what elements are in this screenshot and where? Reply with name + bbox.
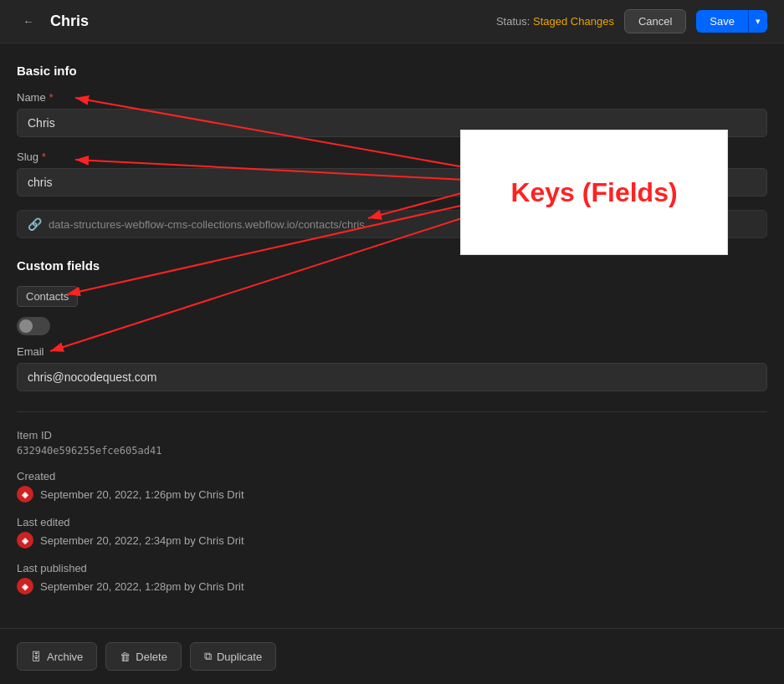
email-field-group: Email [17,345,767,391]
status-label: Status: Staged Changes [496,15,614,28]
email-label: Email [17,345,767,358]
webflow-icon-edited: ◈ [17,532,33,549]
header-right: Status: Staged Changes Cancel Save ▾ [496,9,767,33]
delete-label: Delete [136,651,167,663]
item-id-value: 632940e596255efce605ad41 [17,445,767,457]
contacts-tag[interactable]: Contacts [17,286,78,307]
slug-required: * [42,151,46,163]
custom-fields-section: Custom fields Contacts Email [17,258,767,391]
delete-icon: 🗑 [120,651,131,663]
toggle-thumb [19,319,33,333]
archive-icon: 🗄 [31,651,42,663]
name-label: Name * [17,91,767,104]
duplicate-label: Duplicate [217,651,262,663]
delete-button[interactable]: 🗑 Delete [105,642,182,671]
created-entry: ◈ September 20, 2022, 1:26pm by Chris Dr… [17,486,767,503]
annotation-overlay: Keys (Fields) [460,130,728,255]
webflow-icon-published: ◈ [17,578,33,595]
last-published-field: Last published ◈ September 20, 2022, 1:2… [17,562,767,595]
toggle-switch[interactable] [17,317,50,335]
page-title: Chris [50,13,89,30]
archive-button[interactable]: 🗄 Archive [17,642,97,671]
back-icon: ← [23,15,33,28]
status-value: Staged Changes [533,15,614,28]
annotation-text: Keys (Fields) [510,177,677,208]
last-edited-entry: ◈ September 20, 2022, 2:34pm by Chris Dr… [17,532,767,549]
url-value: data-structures-webflow-cms-collections.… [49,218,365,231]
last-edited-value: September 20, 2022, 2:34pm by Chris Drit [40,534,244,547]
save-button-group: Save ▾ [696,10,767,33]
archive-label: Archive [47,651,83,663]
footer-buttons: 🗄 Archive 🗑 Delete ⧉ Duplicate [0,628,784,684]
header-left: ← Chris [17,10,89,33]
duplicate-icon: ⧉ [204,650,212,663]
webflow-icon-created: ◈ [17,486,33,503]
name-required: * [49,92,54,104]
last-edited-field: Last edited ◈ September 20, 2022, 2:34pm… [17,516,767,549]
item-id-field: Item ID 632940e596255efce605ad41 [17,429,767,457]
basic-info-title: Basic info [17,64,767,78]
save-dropdown-button[interactable]: ▾ [748,10,767,33]
item-id-label: Item ID [17,429,767,442]
link-icon: 🔗 [28,217,42,231]
duplicate-button[interactable]: ⧉ Duplicate [190,642,276,671]
email-input[interactable] [17,363,767,391]
last-published-value: September 20, 2022, 1:28pm by Chris Drit [40,580,244,593]
toggle-wrapper [17,317,767,335]
cancel-button[interactable]: Cancel [624,9,686,33]
created-value: September 20, 2022, 1:26pm by Chris Drit [40,488,244,501]
created-label: Created [17,470,767,482]
created-field: Created ◈ September 20, 2022, 1:26pm by … [17,470,767,503]
last-edited-label: Last edited [17,516,767,528]
last-published-entry: ◈ September 20, 2022, 1:28pm by Chris Dr… [17,578,767,595]
save-button[interactable]: Save [696,10,748,33]
custom-fields-title: Custom fields [17,258,767,273]
last-published-label: Last published [17,562,767,574]
header: ← Chris Status: Staged Changes Cancel Sa… [0,0,784,43]
back-button[interactable]: ← [17,10,40,33]
metadata-section: Item ID 632940e596255efce605ad41 Created… [17,411,767,595]
